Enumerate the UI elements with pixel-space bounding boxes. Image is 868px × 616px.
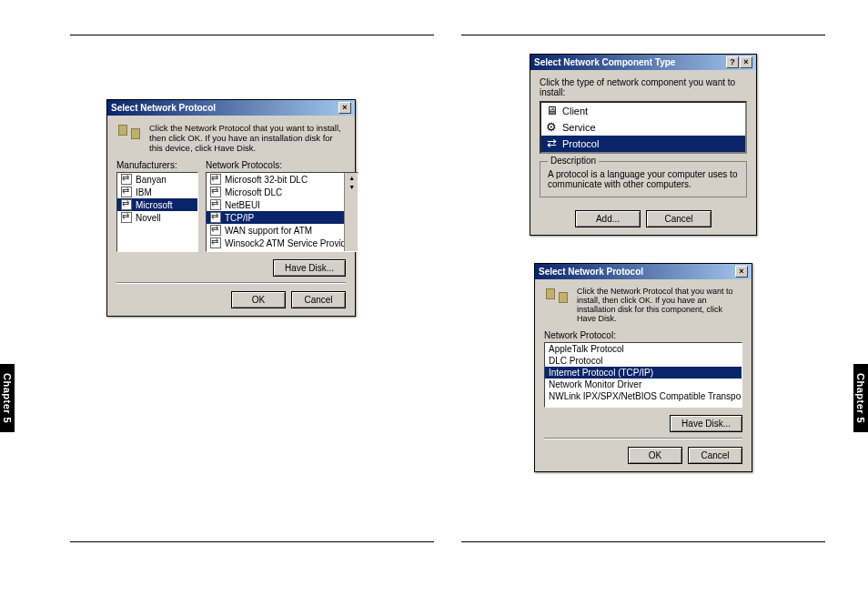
list-item-label: Internet Protocol (TCP/IP) — [549, 368, 653, 378]
component-label: Client — [562, 106, 588, 116]
component-type-item[interactable]: 🖥Client — [541, 103, 745, 119]
ok-button[interactable]: OK — [231, 291, 286, 308]
component-type-listbox[interactable]: 🖥Client⚙Service⇄Protocol — [540, 101, 747, 154]
network-icon — [116, 123, 142, 141]
page-left: Select Network Protocol × Click the Netw… — [70, 27, 434, 582]
description-group: Description A protocol is a language you… — [540, 161, 747, 197]
list-item-label: TCP/IP — [225, 213, 254, 223]
list-item-label: WAN support for ATM — [225, 226, 312, 236]
protocol-icon — [210, 212, 221, 223]
protocol-icon — [121, 212, 132, 223]
description-text: A protocol is a language your computer u… — [548, 169, 739, 189]
dialog-title: Select Network Protocol — [111, 103, 216, 113]
divider-bottom-right — [461, 541, 825, 542]
page-body-left — [70, 54, 434, 90]
list-item-label: NWLink IPX/SPX/NetBIOS Compatible Transp… — [549, 391, 742, 401]
have-disk-button[interactable]: Have Disk... — [273, 259, 346, 277]
manufacturers-listbox[interactable]: BanyanIBMMicrosoftNovell — [116, 172, 198, 252]
titlebar: Select Network Component Type ? × — [530, 55, 756, 70]
list-item[interactable]: Microsoft 32-bit DLC — [207, 173, 358, 186]
list-item[interactable]: Winsock2 ATM Service Provider — [207, 237, 358, 249]
divider-bottom-left — [70, 541, 434, 542]
list-item[interactable]: WAN support for ATM — [207, 224, 358, 237]
list-item-label: Microsoft 32-bit DLC — [225, 175, 308, 185]
list-item[interactable]: Novell — [117, 211, 197, 224]
list-item[interactable]: NWLink IPX/SPX/NetBIOS Compatible Transp… — [545, 390, 742, 402]
list-item-label: AppleTalk Protocol — [549, 344, 624, 354]
protocols-listbox[interactable]: Microsoft 32-bit DLCMicrosoft DLCNetBEUI… — [206, 172, 358, 252]
component-icon: ⇄ — [544, 136, 559, 151]
ok-button[interactable]: OK — [628, 447, 682, 464]
help-button[interactable]: ? — [726, 56, 739, 68]
cancel-button[interactable]: Cancel — [646, 210, 712, 227]
divider-top-left — [70, 35, 434, 35]
list-item-label: Novell — [136, 213, 161, 223]
protocol-icon — [210, 225, 221, 236]
close-button[interactable]: × — [735, 266, 748, 278]
dialog-title: Select Network Protocol — [539, 267, 643, 277]
chapter-tab-left: Chapter 5 — [0, 364, 15, 432]
protocols-label: Network Protocols: — [206, 160, 358, 170]
component-icon: 🖥 — [544, 104, 559, 118]
list-item[interactable]: IBM — [117, 186, 197, 198]
list-item[interactable]: TCP/IP — [207, 211, 358, 224]
page-right: Select Network Component Type ? × Click … — [461, 27, 825, 582]
protocol-icon — [210, 199, 221, 210]
protocol-icon — [121, 174, 132, 185]
close-button[interactable]: × — [338, 102, 351, 114]
list-item-label: Winsock2 ATM Service Provider — [225, 238, 354, 248]
list-item[interactable]: Network Monitor Driver — [545, 379, 742, 390]
list-item-label: NetBEUI — [225, 200, 260, 210]
dialog-instruction: Click the type of network component you … — [540, 77, 747, 97]
protocols-label: Network Protocol: — [544, 330, 742, 340]
list-item[interactable]: DLC Protocol — [545, 355, 742, 367]
list-item[interactable]: Microsoft — [117, 198, 197, 211]
protocol-icon — [121, 199, 132, 210]
list-item[interactable]: Internet Protocol (TCP/IP) — [545, 367, 742, 379]
list-item[interactable]: Banyan — [117, 173, 197, 186]
cancel-button[interactable]: Cancel — [688, 447, 742, 464]
list-item-label: Microsoft DLC — [225, 187, 282, 197]
divider-top-right — [461, 35, 825, 35]
chapter-tab-right: Chapter 5 — [853, 364, 868, 432]
list-item[interactable]: NetBEUI — [207, 198, 358, 211]
select-protocol-dialog-win9x: Select Network Protocol × Click the Netw… — [106, 99, 356, 317]
titlebar: Select Network Protocol × — [535, 264, 752, 279]
titlebar: Select Network Protocol × — [107, 100, 355, 116]
cancel-button[interactable]: Cancel — [291, 291, 346, 308]
list-item-label: Banyan — [136, 175, 167, 185]
network-icon — [544, 287, 570, 305]
add-button[interactable]: Add... — [575, 210, 641, 227]
select-protocol-dialog-win2k: Select Network Protocol × Click the Netw… — [534, 263, 752, 472]
list-item[interactable]: AppleTalk Protocol — [545, 343, 742, 355]
dialog-instruction: Click the Network Protocol that you want… — [149, 123, 346, 153]
component-type-item[interactable]: ⚙Service — [541, 119, 745, 136]
protocol-icon — [210, 237, 221, 248]
dialog-title: Select Network Component Type — [534, 57, 675, 67]
list-item-label: Network Monitor Driver — [549, 379, 641, 389]
list-item-label: DLC Protocol — [549, 356, 602, 366]
protocol-icon — [210, 174, 221, 185]
protocol-icon — [121, 187, 132, 197]
component-label: Protocol — [562, 138, 599, 149]
dialog-instruction: Click the Network Protocol that you want… — [577, 287, 742, 323]
protocol-icon — [210, 187, 221, 197]
list-item-label: Microsoft — [136, 200, 173, 210]
component-icon: ⚙ — [544, 120, 559, 135]
list-item-label: IBM — [136, 187, 152, 197]
close-button[interactable]: × — [740, 56, 752, 68]
manufacturers-label: Manufacturers: — [116, 160, 198, 170]
select-component-type-dialog: Select Network Component Type ? × Click … — [530, 54, 757, 236]
protocols-listbox[interactable]: AppleTalk ProtocolDLC ProtocolInternet P… — [544, 342, 742, 408]
component-type-item[interactable]: ⇄Protocol — [541, 136, 745, 152]
list-item[interactable]: Microsoft DLC — [207, 186, 358, 198]
have-disk-button[interactable]: Have Disk... — [670, 415, 742, 432]
component-label: Service — [562, 122, 596, 133]
description-label: Description — [548, 156, 599, 166]
